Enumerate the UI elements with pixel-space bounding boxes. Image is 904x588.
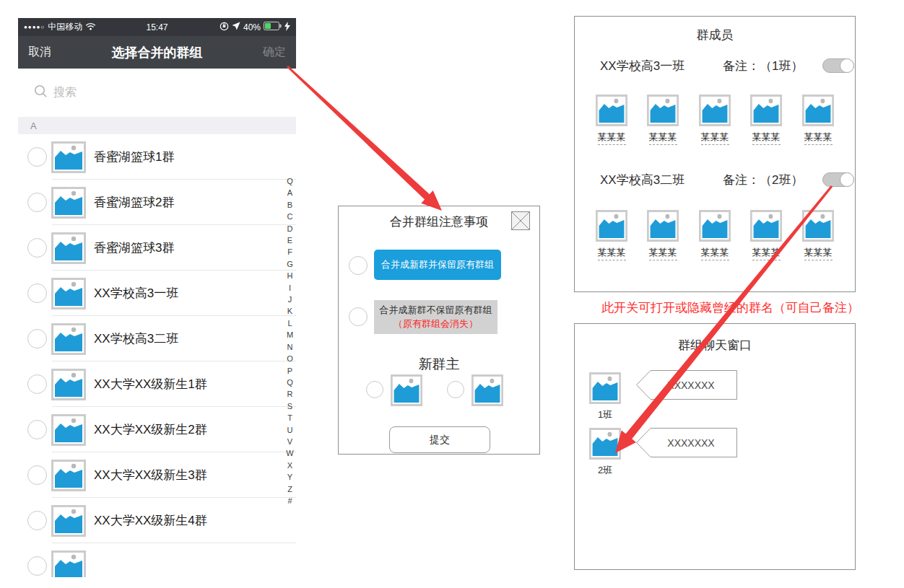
member-name: 某某某 — [598, 131, 626, 145]
battery-icon — [264, 22, 282, 32]
radio-owner-1[interactable] — [366, 381, 383, 398]
group-list-item[interactable]: XX大学XX级新生1群 — [18, 361, 296, 407]
member-cell: 某某某 — [744, 210, 788, 260]
index-letter[interactable]: B — [284, 199, 295, 211]
search-placeholder: 搜索 — [53, 85, 77, 100]
index-letter[interactable]: T — [284, 412, 295, 424]
toggle-group-2[interactable] — [822, 172, 854, 187]
index-letter[interactable]: R — [284, 388, 295, 400]
member-avatar-icon — [699, 210, 731, 242]
index-letter[interactable]: # — [284, 495, 295, 506]
group-list-item[interactable]: XX大学XX级新生3群 — [18, 452, 296, 498]
radio-button[interactable] — [27, 374, 47, 394]
new-owner-label: 新群主 — [339, 355, 539, 374]
group-list-item[interactable]: 香蜜湖篮球1群 — [18, 134, 296, 180]
index-letter[interactable]: P — [284, 365, 295, 377]
index-letter[interactable]: S — [284, 400, 295, 412]
radio-remove-groups[interactable] — [349, 307, 368, 326]
member-cell: 某某某 — [796, 210, 840, 260]
confirm-button[interactable]: 确定 — [263, 45, 286, 60]
index-letter[interactable]: C — [284, 211, 295, 222]
index-letter[interactable]: I — [284, 282, 295, 294]
index-letter[interactable]: Q — [284, 175, 295, 187]
option-remove-groups-button[interactable]: 合并成新群不保留原有群组 （原有群组会消失） — [374, 300, 497, 334]
member-group-note-1: 备注：（1班） — [723, 58, 803, 74]
option-remove-line1: 合并成新群不保留原有群组 — [380, 304, 492, 317]
member-cell: 某某某 — [744, 95, 788, 145]
radio-button[interactable] — [27, 556, 47, 576]
group-members-panel: 群成员 XX学校高3一班 备注：（1班） 某某某 某某某 某某某 某某某 某某某… — [574, 16, 856, 292]
location-arrow-icon — [232, 22, 240, 32]
member-name: 某某某 — [752, 246, 781, 260]
group-list-item[interactable]: XX大学XX级新生4群 — [18, 498, 296, 543]
group-name: 香蜜湖篮球3群 — [94, 240, 174, 256]
group-list-item[interactable]: XX大学XX级新生2群 — [18, 407, 296, 452]
member-group-name-2: XX学校高3二班 — [600, 172, 684, 188]
toggle-knob — [840, 58, 854, 73]
chat-sender-2: 2班 — [583, 464, 627, 477]
group-avatar-icon — [51, 278, 86, 310]
radio-button[interactable] — [27, 193, 47, 212]
members-panel-title: 群成员 — [575, 27, 855, 43]
member-name: 某某某 — [701, 246, 729, 260]
radio-button[interactable] — [27, 465, 47, 485]
group-avatar-icon — [51, 369, 86, 400]
member-avatar-icon — [750, 210, 782, 242]
index-letter[interactable]: J — [284, 294, 295, 305]
group-avatar-icon — [51, 550, 86, 578]
search-icon — [34, 84, 48, 101]
index-letter[interactable]: L — [284, 317, 295, 329]
index-letter[interactable]: Z — [284, 483, 295, 495]
alphabet-index-bar[interactable]: QABCDEFGHIJKLMNOPQRSTUVWXYZ# — [284, 175, 295, 506]
group-list-item-partial[interactable] — [18, 543, 296, 577]
member-cell: 某某某 — [641, 95, 684, 145]
index-letter[interactable]: N — [284, 341, 295, 353]
option-keep-groups-button[interactable]: 合并成新群并保留原有群组 — [374, 250, 501, 280]
group-avatar-icon — [51, 141, 86, 173]
member-name: 某某某 — [598, 246, 626, 260]
group-avatar-icon — [51, 414, 86, 446]
index-letter[interactable]: H — [284, 270, 295, 281]
index-letter[interactable]: Q — [284, 377, 295, 388]
search-input[interactable]: 搜索 — [18, 69, 296, 117]
index-letter[interactable]: M — [284, 329, 295, 341]
group-list-item[interactable]: XX学校高3一班 — [18, 271, 296, 316]
toggle-group-1[interactable] — [822, 58, 854, 73]
index-letter[interactable]: O — [284, 353, 295, 364]
member-avatar-icon — [699, 95, 731, 126]
group-list-item[interactable]: 香蜜湖篮球2群 — [18, 180, 296, 225]
radio-button[interactable] — [27, 420, 47, 439]
group-avatar-icon — [51, 505, 86, 537]
radio-button[interactable] — [27, 238, 47, 258]
radio-button[interactable] — [27, 511, 47, 530]
radio-button[interactable] — [27, 284, 47, 303]
group-list-item[interactable]: XX学校高3二班 — [18, 316, 296, 361]
member-name: 某某某 — [804, 246, 833, 260]
chat-avatar-2-icon — [589, 428, 621, 460]
index-letter[interactable]: A — [284, 187, 295, 198]
index-letter[interactable]: W — [284, 447, 295, 459]
index-letter[interactable]: E — [284, 234, 295, 246]
group-list: 香蜜湖篮球1群 香蜜湖篮球2群 香蜜湖篮球3群 XX学校高3一班 XX学校高3二… — [18, 134, 296, 577]
index-letter[interactable]: K — [284, 305, 295, 317]
group-avatar-icon — [51, 232, 86, 264]
index-letter[interactable]: D — [284, 223, 295, 234]
index-letter[interactable]: F — [284, 246, 295, 258]
index-letter[interactable]: V — [284, 436, 295, 447]
index-letter[interactable]: X — [284, 460, 295, 471]
index-letter[interactable]: G — [284, 258, 295, 270]
close-icon[interactable] — [511, 211, 530, 230]
radio-keep-groups[interactable] — [349, 256, 368, 275]
index-letter[interactable]: Y — [284, 471, 295, 483]
index-letter[interactable]: U — [284, 424, 295, 436]
group-list-item[interactable]: 香蜜湖篮球3群 — [18, 225, 296, 271]
member-cell: 某某某 — [796, 95, 840, 145]
member-cell: 某某某 — [641, 210, 684, 260]
radio-button[interactable] — [27, 147, 47, 167]
merge-options-dialog: 合并群组注意事项 合并成新群并保留原有群组 合并成新群不保留原有群组 （原有群组… — [338, 206, 540, 455]
submit-button[interactable]: 提交 — [389, 426, 490, 453]
member-cell: 某某某 — [693, 210, 736, 260]
radio-owner-2[interactable] — [447, 381, 464, 398]
group-name: XX学校高3二班 — [94, 330, 178, 347]
radio-button[interactable] — [27, 329, 47, 348]
